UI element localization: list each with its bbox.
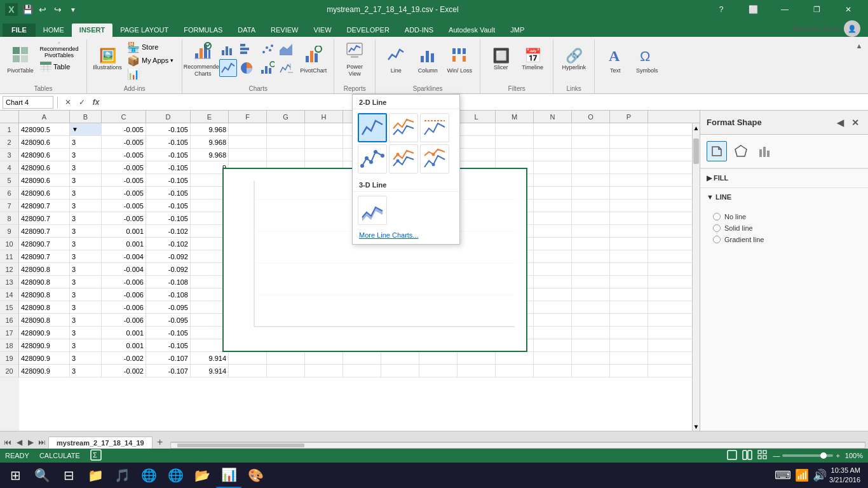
- cell-empty-4-15[interactable]: [610, 174, 648, 186]
- cell-F3[interactable]: [229, 149, 267, 161]
- cell-A6[interactable]: 428090.6: [19, 187, 70, 199]
- zoom-minus-btn[interactable]: —: [773, 452, 780, 459]
- cell-A11[interactable]: 428090.7: [19, 250, 70, 262]
- cell-C19[interactable]: -0.002: [102, 352, 146, 364]
- cell-B13[interactable]: 3: [70, 276, 102, 288]
- cell-empty-19-11[interactable]: [458, 365, 496, 377]
- cell-F19[interactable]: [229, 352, 267, 364]
- spotify-btn[interactable]: 🎵: [109, 463, 135, 488]
- cell-D10[interactable]: -0.102: [146, 238, 191, 250]
- cell-empty-19-9[interactable]: [381, 365, 419, 377]
- file-explorer-btn[interactable]: 📁: [83, 463, 108, 488]
- more-charts-btn[interactable]: [277, 59, 295, 77]
- scatter-chart-btn[interactable]: [259, 41, 276, 58]
- cell-B1[interactable]: ▼: [70, 123, 102, 135]
- cell-A10[interactable]: 428090.7: [19, 238, 70, 250]
- pivot-chart-ribbon-btn[interactable]: [259, 59, 276, 77]
- table-btn[interactable]: Table: [37, 60, 81, 73]
- cell-F20[interactable]: [229, 365, 267, 377]
- line-sparkline-btn[interactable]: Line: [381, 41, 411, 79]
- cell-C1[interactable]: -0.005: [102, 123, 146, 135]
- solid-line-option[interactable]: Solid line: [713, 222, 855, 234]
- cell-empty-2-12[interactable]: [496, 149, 534, 161]
- cell-empty-1-11[interactable]: [458, 136, 496, 148]
- line-chart-100-btn[interactable]: [420, 113, 449, 142]
- cell-empty-12-14[interactable]: [572, 276, 610, 288]
- tab-insert[interactable]: INSERT: [72, 24, 112, 37]
- cell-H3[interactable]: [305, 149, 343, 161]
- cell-empty-6-15[interactable]: [610, 200, 648, 212]
- cell-empty-17-13[interactable]: [534, 339, 572, 351]
- cell-empty-0-14[interactable]: [572, 123, 610, 135]
- cell-H1[interactable]: [305, 123, 343, 135]
- row-number-10[interactable]: 10: [0, 238, 19, 250]
- cell-empty-18-12[interactable]: [496, 352, 534, 364]
- cell-empty-18-11[interactable]: [458, 352, 496, 364]
- gradient-line-radio[interactable]: [713, 236, 721, 243]
- cell-C18[interactable]: 0.001: [102, 339, 146, 351]
- cell-empty-2-11[interactable]: [458, 149, 496, 161]
- cell-A20[interactable]: 428090.9: [19, 365, 70, 377]
- cell-B20[interactable]: 3: [70, 365, 102, 377]
- cell-B3[interactable]: 3: [70, 149, 102, 161]
- cell-empty-18-8[interactable]: [343, 352, 381, 364]
- cell-D15[interactable]: -0.095: [146, 301, 191, 313]
- cell-A16[interactable]: 428090.8: [19, 314, 70, 326]
- scroll-down-btn[interactable]: ▼: [693, 422, 700, 431]
- tab-formulas[interactable]: FORMULAS: [176, 24, 230, 37]
- column-chart-btn[interactable]: [219, 41, 237, 58]
- cell-D5[interactable]: -0.105: [146, 174, 191, 186]
- col-header-l[interactable]: L: [458, 111, 496, 123]
- folder2-btn[interactable]: 📂: [189, 463, 215, 488]
- cell-empty-14-14[interactable]: [572, 301, 610, 313]
- line-chart-stacked-btn[interactable]: [389, 113, 418, 142]
- cell-empty-10-14[interactable]: [572, 250, 610, 262]
- cell-E3[interactable]: 9.968: [191, 149, 229, 161]
- cell-empty-11-13[interactable]: [534, 263, 572, 275]
- col-header-n[interactable]: N: [534, 111, 572, 123]
- cell-E2[interactable]: 9.968: [191, 136, 229, 148]
- pie-chart-btn[interactable]: [238, 59, 255, 77]
- zoom-track[interactable]: [782, 454, 833, 457]
- cell-empty-1-12[interactable]: [496, 136, 534, 148]
- extra-addin-btn[interactable]: 📊: [124, 67, 177, 80]
- cell-empty-0-15[interactable]: [610, 123, 648, 135]
- view-normal-btn[interactable]: [727, 450, 737, 462]
- no-line-option[interactable]: No line: [713, 211, 855, 222]
- cell-C6[interactable]: -0.005: [102, 187, 146, 199]
- row-number-20[interactable]: 20: [0, 365, 19, 377]
- cell-C9[interactable]: 0.001: [102, 225, 146, 237]
- line-chart-3d-btn[interactable]: [358, 196, 387, 225]
- cell-B18[interactable]: 3: [70, 339, 102, 351]
- cell-B10[interactable]: 3: [70, 238, 102, 250]
- cell-H2[interactable]: [305, 136, 343, 148]
- store-btn[interactable]: 🏪 Store: [124, 41, 177, 53]
- row-number-7[interactable]: 7: [0, 200, 19, 212]
- row-number-1[interactable]: 1: [0, 123, 19, 136]
- cell-F1[interactable]: [229, 123, 267, 135]
- tab-file[interactable]: FILE: [3, 24, 36, 37]
- cell-A17[interactable]: 428090.9: [19, 327, 70, 339]
- tab-review[interactable]: REVIEW: [263, 24, 306, 37]
- cell-B15[interactable]: 3: [70, 301, 102, 313]
- cell-E19[interactable]: 9.914: [191, 352, 229, 364]
- row-number-4[interactable]: 4: [0, 161, 19, 174]
- cell-empty-18-14[interactable]: [572, 352, 610, 364]
- ribbon-display-btn[interactable]: ⬜: [738, 0, 768, 19]
- cell-empty-18-13[interactable]: [534, 352, 572, 364]
- cell-empty-7-13[interactable]: [534, 212, 572, 224]
- cell-empty-19-10[interactable]: [419, 365, 458, 377]
- hyperlink-btn[interactable]: 🔗 Hyperlink: [559, 41, 589, 79]
- cell-empty-13-15[interactable]: [610, 288, 648, 301]
- cell-A9[interactable]: 428090.7: [19, 225, 70, 237]
- cell-D7[interactable]: -0.105: [146, 200, 191, 212]
- cell-B19[interactable]: 3: [70, 352, 102, 364]
- cell-D12[interactable]: -0.092: [146, 263, 191, 275]
- cell-C4[interactable]: -0.005: [102, 161, 146, 173]
- cell-C15[interactable]: -0.006: [102, 301, 146, 313]
- formula-input[interactable]: [105, 96, 865, 109]
- cell-G1[interactable]: [267, 123, 305, 135]
- zoom-thumb[interactable]: [820, 452, 827, 459]
- save-quick-btn[interactable]: 💾: [22, 4, 33, 15]
- cell-empty-17-14[interactable]: [572, 339, 610, 351]
